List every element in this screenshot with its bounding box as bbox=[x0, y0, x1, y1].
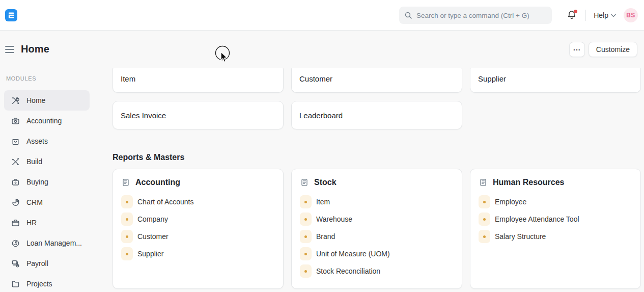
masters-link-item[interactable]: Item bbox=[300, 193, 454, 210]
sidebar-toggle-icon[interactable] bbox=[5, 46, 14, 53]
item-dot bbox=[126, 253, 128, 255]
topbar-right-cluster: Help BS bbox=[567, 0, 638, 31]
masters-link-label: Company bbox=[137, 215, 168, 223]
item-badge bbox=[300, 213, 312, 226]
notifications-button[interactable] bbox=[567, 10, 578, 21]
cash-register-icon bbox=[11, 117, 20, 125]
sidebar-item-loan-managem[interactable]: Loan Managem... bbox=[4, 233, 90, 253]
shortcut-card-item[interactable]: Item bbox=[113, 68, 284, 93]
header-actions: ... Customize bbox=[569, 42, 637, 57]
build-tools-icon bbox=[11, 157, 20, 166]
document-icon bbox=[479, 178, 487, 187]
masters-link-label: Employee bbox=[495, 198, 526, 206]
shortcut-card-customer[interactable]: Customer bbox=[291, 68, 462, 93]
item-badge bbox=[121, 195, 133, 208]
item-dot bbox=[304, 235, 307, 238]
masters-link-unit-of-measure-uom-[interactable]: Unit of Measure (UOM) bbox=[300, 245, 454, 262]
shortcut-card-leaderboard[interactable]: Leaderboard bbox=[291, 101, 462, 129]
sidebar-item-payroll[interactable]: Payroll bbox=[4, 253, 90, 274]
sidebar-item-label: Loan Managem... bbox=[26, 239, 82, 247]
user-avatar[interactable]: BS bbox=[624, 8, 638, 22]
shopping-bag-icon bbox=[11, 137, 20, 146]
sidebar-item-accounting[interactable]: Accounting bbox=[4, 111, 90, 131]
global-search[interactable] bbox=[399, 7, 552, 24]
masters-link-label: Salary Structure bbox=[495, 232, 546, 241]
masters-link-brand[interactable]: Brand bbox=[300, 228, 454, 245]
masters-link-label: Item bbox=[316, 198, 330, 206]
masters-link-customer[interactable]: Customer bbox=[121, 228, 275, 245]
item-badge bbox=[300, 195, 312, 208]
masters-link-label: Employee Attendance Tool bbox=[495, 215, 579, 223]
shortcut-card-sales-invoice[interactable]: Sales Invoice bbox=[113, 101, 284, 129]
masters-card-header: Human Resources bbox=[479, 178, 632, 187]
masters-link-salary-structure[interactable]: Salary Structure bbox=[479, 228, 632, 245]
briefcase-icon bbox=[11, 219, 20, 227]
masters-link-label: Brand bbox=[316, 232, 335, 241]
payroll-icon bbox=[11, 259, 20, 268]
shortcut-label: Item bbox=[121, 74, 135, 83]
sidebar-item-label: Payroll bbox=[26, 259, 48, 268]
customize-button[interactable]: Customize bbox=[589, 42, 637, 57]
masters-link-employee[interactable]: Employee bbox=[479, 193, 632, 210]
masters-link-warehouse[interactable]: Warehouse bbox=[300, 210, 454, 228]
masters-link-company[interactable]: Company bbox=[121, 210, 275, 228]
shortcut-label: Customer bbox=[299, 74, 332, 83]
masters-card-list: Employee Employee Attendance Tool Salary… bbox=[479, 193, 632, 245]
search-icon bbox=[404, 11, 412, 19]
masters-link-employee-attendance-tool[interactable]: Employee Attendance Tool bbox=[479, 210, 632, 228]
sidebar-item-assets[interactable]: Assets bbox=[4, 131, 90, 151]
reports-masters-heading: Reports & Masters bbox=[113, 153, 641, 162]
workspace: Home ... Customize MODULES HomeAccountin… bbox=[0, 31, 644, 292]
sidebar-item-label: Assets bbox=[26, 137, 48, 145]
chevron-down-icon bbox=[611, 14, 616, 17]
item-badge bbox=[121, 247, 133, 260]
cash-box-icon bbox=[11, 178, 20, 187]
workspace-content: ItemCustomerSupplier Sales InvoiceLeader… bbox=[104, 68, 644, 292]
item-dot bbox=[126, 218, 128, 221]
sidebar-item-label: Accounting bbox=[26, 117, 62, 125]
masters-card-list: Item Warehouse Brand Unit of Measure (UO… bbox=[300, 193, 454, 280]
sidebar-item-label: Buying bbox=[26, 178, 48, 186]
masters-link-supplier[interactable]: Supplier bbox=[121, 245, 275, 262]
document-icon bbox=[300, 178, 309, 187]
item-badge bbox=[300, 247, 312, 260]
erpnext-logo-glyph bbox=[8, 12, 15, 19]
sidebar-item-home[interactable]: Home bbox=[4, 90, 90, 111]
sidebar-item-hr[interactable]: HR bbox=[4, 213, 90, 233]
document-icon bbox=[122, 178, 130, 187]
masters-link-label: Stock Reconciliation bbox=[316, 267, 380, 275]
sidebar-item-build[interactable]: Build bbox=[4, 151, 90, 172]
sidebar-item-buying[interactable]: Buying bbox=[4, 172, 90, 192]
masters-card-accounting: Accounting Chart of Accounts Company Cus… bbox=[113, 169, 284, 289]
masters-link-stock-reconciliation[interactable]: Stock Reconciliation bbox=[300, 262, 454, 280]
sidebar-item-label: HR bbox=[26, 219, 37, 227]
sidebar-item-projects[interactable]: Projects bbox=[4, 274, 90, 292]
item-badge bbox=[479, 230, 490, 243]
item-badge bbox=[121, 213, 133, 226]
modules-sidebar: MODULES HomeAccountingAssetsBuildBuyingC… bbox=[0, 68, 104, 292]
search-input[interactable] bbox=[416, 12, 547, 19]
shortcut-card-supplier[interactable]: Supplier bbox=[470, 68, 641, 93]
folder-icon bbox=[11, 280, 20, 288]
pie-chart-icon bbox=[11, 198, 20, 207]
item-dot bbox=[304, 253, 307, 255]
item-dot bbox=[126, 235, 128, 238]
page-header: Home ... Customize bbox=[0, 31, 644, 68]
help-menu[interactable]: Help bbox=[594, 11, 616, 19]
shortcut-label: Supplier bbox=[478, 74, 506, 83]
masters-link-chart-of-accounts[interactable]: Chart of Accounts bbox=[121, 193, 275, 210]
masters-card-title: Human Resources bbox=[493, 178, 565, 187]
topbar-divider bbox=[585, 10, 586, 21]
masters-card-title: Accounting bbox=[135, 178, 180, 187]
masters-link-label: Chart of Accounts bbox=[137, 198, 194, 206]
sidebar-item-label: Projects bbox=[26, 280, 52, 288]
sidebar-item-crm[interactable]: CRM bbox=[4, 192, 90, 213]
item-dot bbox=[483, 218, 486, 221]
more-options-button[interactable]: ... bbox=[569, 42, 585, 57]
masters-link-label: Unit of Measure (UOM) bbox=[316, 250, 390, 258]
item-dot bbox=[304, 270, 307, 273]
masters-link-label: Warehouse bbox=[316, 215, 352, 223]
erpnext-logo[interactable] bbox=[5, 9, 17, 21]
sidebar-item-label: CRM bbox=[26, 198, 43, 206]
item-dot bbox=[483, 235, 486, 238]
